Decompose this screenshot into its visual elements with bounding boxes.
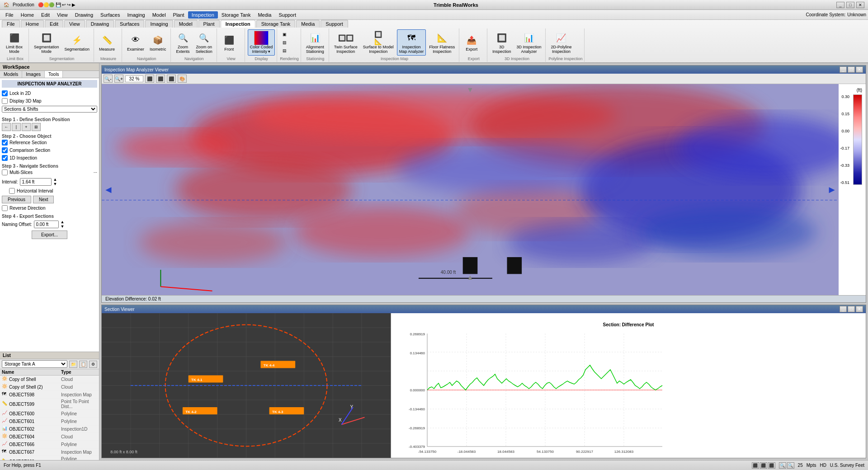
iv-right-arrow[interactable]: ► [827, 184, 837, 196]
iv-tool4[interactable]: 🎨 [178, 75, 187, 83]
3d-inspection-btn[interactable]: 🔲 3DInspection [490, 29, 513, 56]
interval-input[interactable] [20, 178, 52, 186]
lock-2d-checkbox[interactable] [2, 90, 8, 96]
menu-inspection[interactable]: Inspection [188, 11, 218, 19]
ribbon-tab-imaging[interactable]: Imaging [145, 20, 173, 28]
menu-imaging[interactable]: Imaging [123, 11, 148, 19]
ribbon-tab-drawing[interactable]: Drawing [86, 20, 114, 28]
menu-view[interactable]: View [53, 11, 71, 19]
menu-model[interactable]: Model [149, 11, 170, 19]
storage-tank-select[interactable]: Storage Tank A [2, 360, 67, 368]
list-item[interactable]: 📏 OBJECT669 Polyline Measure... [0, 456, 99, 460]
minimize-btn[interactable]: _ [836, 2, 844, 8]
menu-surfaces[interactable]: Surfaces [97, 11, 123, 19]
segmentation-btn[interactable]: ⚡ Segmentation [62, 32, 92, 53]
next-btn[interactable]: Next [33, 196, 54, 203]
inspection1d-checkbox[interactable] [2, 155, 8, 161]
ribbon-tab-model[interactable]: Model [174, 20, 198, 28]
floor-flatness-btn[interactable]: 📐 Floor FlatnessInspection [427, 29, 457, 56]
ribbon-tab-view[interactable]: View [64, 20, 85, 28]
ribbon-tab-support[interactable]: Support [321, 20, 348, 28]
measure-btn[interactable]: 📏 Measure [97, 32, 117, 53]
iv-top-arrow[interactable]: ▼ [467, 86, 474, 94]
list-item[interactable]: 📏 OBJECT599 Point To Point Dist... [0, 399, 99, 410]
surface-model-btn[interactable]: 🔲📐 Surface to ModelInspection [361, 29, 396, 56]
comparison-section-checkbox[interactable] [2, 147, 8, 153]
mode-select[interactable]: Sections & Shifts [2, 106, 97, 113]
twin-surface-btn[interactable]: 🔲🔲 Twin SurfaceInspection [332, 29, 360, 56]
list-btn3[interactable]: ⚙ [89, 361, 97, 368]
ribbon-tab-plant[interactable]: Plant [198, 20, 220, 28]
maximize-btn[interactable]: □ [846, 2, 854, 8]
isometric-btn[interactable]: 📦 Isometric [147, 32, 169, 53]
step1-icon-grid[interactable]: ⊞ [32, 123, 41, 131]
horizontal-interval-checkbox[interactable] [9, 188, 15, 194]
menu-home[interactable]: Home [17, 11, 38, 19]
status-view2[interactable]: ⬛ [760, 462, 767, 469]
reverse-direction-checkbox[interactable] [2, 205, 8, 211]
export-btn[interactable]: 📤 Export [462, 32, 481, 53]
status-view1[interactable]: ⬛ [752, 462, 759, 469]
ribbon-tab-file[interactable]: File [2, 20, 20, 28]
step1-icon-line[interactable]: | [12, 123, 21, 131]
list-btn2[interactable]: 📋 [79, 361, 87, 368]
3d-inspection-analyzer-btn[interactable]: 📊 3D InspectionAnalyzer [514, 29, 543, 56]
sv-min-btn[interactable]: _ [840, 306, 847, 312]
menu-edit[interactable]: Edit [38, 11, 53, 19]
menu-storage-tank[interactable]: Storage Tank [218, 11, 255, 19]
list-item[interactable]: 📈 OBJECT666 Polyline [0, 441, 99, 448]
panel-tab-tools[interactable]: Tools [45, 71, 63, 78]
zoom-selection-btn[interactable]: 🔍 Zoom onSelection [193, 29, 215, 56]
iv-max-btn[interactable]: □ [848, 66, 855, 73]
colormap-area[interactable]: 40.00 ft ◄ ► ▼ ▲ [102, 84, 839, 295]
ribbon-tab-edit[interactable]: Edit [45, 20, 63, 28]
zoom-input[interactable] [125, 75, 143, 82]
iv-tool1[interactable]: ⬛ [145, 75, 154, 83]
list-item[interactable]: 📊 OBJECT602 Inspection1D [0, 425, 99, 433]
list-item[interactable]: 🗺 OBJECT598 Inspection Map [0, 391, 99, 399]
render2-btn[interactable]: ▨ [280, 39, 289, 46]
menu-support[interactable]: Support [275, 11, 300, 19]
close-btn[interactable]: ✕ [856, 2, 864, 8]
menu-file[interactable]: File [2, 11, 17, 19]
render1-btn[interactable]: ▣ [280, 31, 289, 38]
iv-bottom-arrow[interactable]: ▲ [467, 273, 474, 282]
ribbon-tab-media[interactable]: Media [296, 20, 320, 28]
ribbon-tab-home[interactable]: Home [21, 20, 44, 28]
iv-zoom-out-btn[interactable]: 🔍- [104, 75, 113, 83]
segmentation-mode-btn[interactable]: 🔲 SegmentationMode [32, 29, 61, 56]
sv-max-btn[interactable]: □ [848, 306, 855, 312]
render3-btn[interactable]: ▤ [280, 47, 289, 54]
interval-spinner[interactable]: ▲▼ [53, 177, 57, 186]
iv-left-arrow[interactable]: ◄ [104, 184, 113, 196]
list-item[interactable]: 📈 OBJECT601 Polyline [0, 418, 99, 425]
inspection-map-analyzer-btn[interactable]: 🗺 InspectionMap Analyzer [397, 29, 426, 56]
menu-media[interactable]: Media [254, 11, 275, 19]
multi-slices-checkbox[interactable] [2, 169, 8, 175]
list-item[interactable]: 🗺 OBJECT667 Inspection Map [0, 448, 99, 456]
front-btn[interactable]: ⬛ Front [220, 32, 239, 53]
iv-tool2[interactable]: ⬛ [156, 75, 165, 83]
status-view3[interactable]: ⬛ [768, 462, 775, 469]
export-sections-btn[interactable]: Export... [32, 230, 67, 239]
ribbon-tab-storage-tank[interactable]: Storage Tank [256, 20, 296, 28]
previous-btn[interactable]: Previous [2, 196, 31, 203]
step1-icon-arrow[interactable]: ← [2, 123, 11, 131]
alignment-stationing-btn[interactable]: 📊 AlignmentStationing [304, 29, 326, 56]
panel-tab-models[interactable]: Models [0, 71, 22, 78]
ribbon-tab-surfaces[interactable]: Surfaces [115, 20, 144, 28]
iv-min-btn[interactable]: _ [840, 66, 847, 73]
list-btn1[interactable]: 📁 [69, 361, 77, 368]
reference-section-checkbox[interactable] [2, 140, 8, 146]
2d-polyline-btn[interactable]: 📈 2D-PolylineInspection [548, 29, 574, 56]
list-item[interactable]: 🔆 Copy of Shell Cloud [0, 376, 99, 383]
display-3d-checkbox[interactable] [2, 98, 8, 104]
sv-map[interactable]: TK 4-1 TK 4-4 TK 4-2 TK 4-3 [102, 313, 391, 458]
naming-offset-spinner[interactable]: ▲▼ [61, 220, 65, 229]
panel-tab-images[interactable]: Images [22, 71, 45, 78]
status-nav2[interactable]: 🔍 [787, 462, 794, 469]
status-nav1[interactable]: 🔍 [779, 462, 786, 469]
zoom-extents-btn[interactable]: 🔍 ZoomExtents [174, 29, 193, 56]
iv-tool3[interactable]: ⬛ [167, 75, 176, 83]
list-item[interactable]: 📈 OBJECT600 Polyline [0, 410, 99, 418]
